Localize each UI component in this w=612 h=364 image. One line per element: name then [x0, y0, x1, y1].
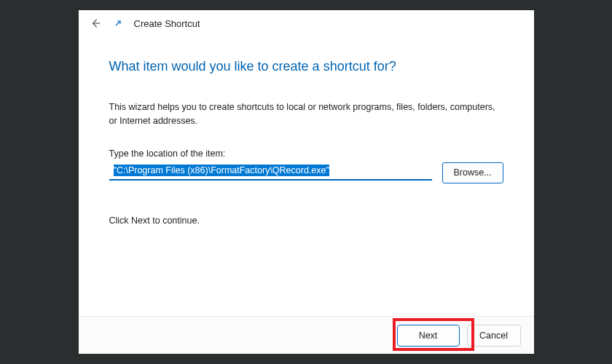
location-field-row: "C:\Program Files (x86)\FormatFactory\QR…	[109, 162, 503, 183]
location-input-wrap[interactable]: "C:\Program Files (x86)\FormatFactory\QR…	[109, 162, 432, 181]
continue-instruction: Click Next to continue.	[109, 215, 503, 226]
next-button[interactable]: Next	[397, 325, 460, 347]
shortcut-wizard-icon	[112, 17, 124, 29]
browse-button[interactable]: Browse...	[442, 162, 503, 183]
back-arrow-icon[interactable]	[89, 17, 102, 30]
create-shortcut-dialog: Create Shortcut What item would you like…	[79, 10, 534, 354]
location-input-text: "C:\Program Files (x86)\FormatFactory\QR…	[114, 165, 329, 176]
location-input[interactable]: "C:\Program Files (x86)\FormatFactory\QR…	[109, 162, 432, 181]
cancel-button[interactable]: Cancel	[467, 325, 521, 347]
wizard-heading: What item would you like to create a sho…	[109, 59, 503, 74]
dialog-footer: Next Cancel	[79, 316, 534, 354]
location-field-label: Type the location of the item:	[109, 149, 503, 159]
dialog-header: Create Shortcut	[79, 10, 534, 34]
dialog-title: Create Shortcut	[134, 18, 200, 29]
dialog-body: What item would you like to create a sho…	[79, 34, 534, 316]
wizard-description: This wizard helps you to create shortcut…	[109, 100, 503, 128]
